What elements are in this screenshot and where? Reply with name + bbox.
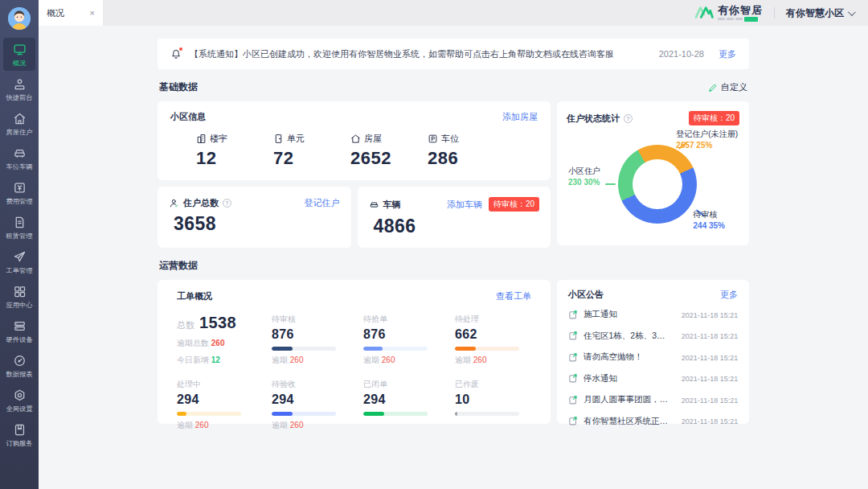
sidebar-item-lease[interactable]: 租赁管理 — [3, 211, 35, 244]
sidebar-item-housing[interactable]: 房屋住户 — [3, 107, 35, 140]
announcement-item[interactable]: 请勿高空抛物！ 2021-11-18 15:21 — [568, 347, 738, 368]
topbar: 概况 × 有你智居 有你智慧小区 — [39, 0, 868, 26]
building-icon — [196, 134, 207, 144]
home-icon — [13, 112, 27, 125]
donut-label-pending: 待审核 244 35% — [694, 209, 725, 232]
stat-units: 单元 72 — [273, 133, 350, 169]
workorder-stat-acceptance: 待验收 294 逾期 260 — [272, 379, 363, 431]
card-title-text: 车辆 — [383, 199, 401, 211]
overdue-total-label: 逾期总数 — [177, 339, 209, 347]
community-info-card: 小区信息 添加房屋 楼宇 12 单元 72 — [158, 101, 551, 180]
sidebar-item-label: 硬件设备 — [6, 335, 32, 343]
fee-icon — [13, 181, 27, 195]
announcements-more-link[interactable]: 更多 — [720, 289, 738, 301]
report-icon — [13, 354, 27, 368]
vehicles-card: 车辆 添加车辆 待审核：20 4866 — [358, 187, 551, 248]
tab-label: 概况 — [47, 7, 90, 19]
brand-badge — [744, 17, 758, 22]
tab-overview[interactable]: 概况 × — [39, 0, 103, 26]
user-avatar[interactable] — [8, 7, 31, 30]
brand-tagline — [718, 17, 763, 22]
sidebar-item-hardware[interactable]: 硬件设备 — [3, 314, 35, 347]
brand-name: 有你智居 — [718, 5, 763, 15]
sidebar-item-front-desk[interactable]: 快捷前台 — [3, 72, 35, 105]
announcement-time: 2021-11-18 15:21 — [681, 353, 738, 361]
card-title-text: 小区公告 — [568, 289, 604, 301]
donut-hole — [633, 159, 682, 209]
community-selector[interactable]: 有你智慧小区 — [786, 6, 854, 20]
announcement-item[interactable]: 住宅区1栋、2栋、3栋停电通... 2021-11-18 15:21 — [568, 326, 738, 347]
add-vehicle-link[interactable]: 添加车辆 — [447, 199, 482, 211]
announcement-icon — [568, 416, 579, 426]
stat-value: 12 — [196, 148, 273, 169]
overdue-total-value: 260 — [211, 339, 225, 347]
section-title: 运营数据 — [159, 259, 198, 273]
sidebar-item-overview[interactable]: 概况 — [3, 38, 35, 71]
car-icon — [13, 146, 27, 160]
announcement-icon — [568, 373, 579, 384]
card-title-text: 工单概况 — [177, 290, 212, 302]
sidebar-item-workorders[interactable]: 工单管理 — [3, 245, 35, 278]
sidebar-item-fees[interactable]: 费用管理 — [3, 176, 35, 209]
sidebar-item-subscribe[interactable]: 订购服务 — [3, 418, 35, 451]
workorder-stat-processing: 处理中 294 逾期 260 — [177, 379, 272, 431]
today-new-value: 12 — [211, 355, 220, 364]
add-house-link[interactable]: 添加房屋 — [502, 111, 538, 123]
pencil-icon — [708, 83, 718, 92]
app-window: 概况 快捷前台 房屋住户 车位车辆 费用管理 租赁管理 — [0, 0, 868, 489]
progress-bar — [363, 347, 428, 351]
lease-icon — [13, 216, 27, 229]
sidebar-item-reports[interactable]: 数据报表 — [3, 349, 35, 382]
sidebar-item-label: 费用管理 — [6, 197, 32, 204]
announcement-icon — [568, 331, 579, 341]
sidebar-item-parking[interactable]: 车位车辆 — [3, 142, 35, 175]
stat-value: 286 — [428, 148, 505, 169]
workorder-card: 工单概况 查看工单 总数 1538 逾期总数 260 今日新增 12 — [158, 280, 551, 424]
notice-date: 2021-10-28 — [659, 49, 704, 59]
notice-more-link[interactable]: 更多 — [719, 48, 736, 60]
help-icon[interactable]: ? — [624, 114, 633, 123]
donut-label-residents: 小区住户 230 30% — [568, 166, 600, 188]
announcement-item[interactable]: 月圆人圆事事团圆，人顺心顺... 2021-11-18 15:21 — [568, 389, 738, 411]
announcement-icon — [568, 310, 579, 320]
hardware-icon — [13, 319, 27, 333]
announcement-item[interactable]: 停水通知 2021-11-18 15:21 — [568, 368, 738, 390]
view-workorders-link[interactable]: 查看工单 — [496, 290, 531, 302]
sidebar-item-label: 应用中心 — [6, 301, 32, 308]
announcement-item[interactable]: 有你智慧社区系统正式上线! 2021-11-18 15:21 — [568, 411, 738, 433]
sidebar-item-label: 快捷前台 — [6, 93, 32, 101]
register-resident-link[interactable]: 登记住户 — [305, 197, 340, 209]
divider — [774, 7, 775, 18]
customize-label: 自定义 — [721, 81, 747, 93]
stat-value: 2652 — [350, 148, 428, 169]
sidebar-item-settings[interactable]: 全局设置 — [3, 384, 35, 417]
announcement-time: 2021-11-18 15:21 — [681, 417, 738, 425]
announcement-title: 施工通知 — [583, 309, 674, 320]
sidebar-item-label: 车位车辆 — [6, 162, 32, 170]
status-pending-badge[interactable]: 待审核：20 — [689, 111, 739, 125]
announcement-time: 2021-11-18 15:21 — [681, 332, 738, 340]
sidebar-item-label: 订购服务 — [6, 439, 32, 446]
workorder-stat-pending-handle: 待处理 662 逾期 260 — [455, 314, 531, 366]
announcement-item[interactable]: 施工通知 2021-11-18 15:21 — [568, 304, 738, 326]
workorder-stat-pending-review: 待审核 876 逾期 260 — [272, 314, 363, 366]
house-icon — [350, 134, 361, 144]
sidebar-nav: 概况 快捷前台 房屋住户 车位车辆 费用管理 租赁管理 — [0, 38, 39, 453]
close-icon[interactable]: × — [90, 8, 95, 18]
system-notice-bar[interactable]: 【系统通知】小区已创建成功，欢迎使用有你智居物业系统，如需帮助可点击右上角帮助文… — [158, 39, 749, 69]
total-label: 总数 — [177, 319, 194, 331]
sidebar-item-apps[interactable]: 应用中心 — [3, 280, 35, 313]
announcement-title: 住宅区1栋、2栋、3栋停电通... — [583, 331, 674, 342]
announcement-time: 2021-11-18 15:21 — [681, 375, 738, 383]
apps-icon — [13, 285, 27, 298]
customize-button[interactable]: 自定义 — [708, 81, 747, 93]
resident-icon — [169, 198, 179, 208]
help-icon[interactable]: ? — [223, 199, 231, 208]
vehicle-pending-badge[interactable]: 待审核：20 — [489, 197, 539, 212]
lead-line-green — [605, 183, 616, 185]
announcement-time: 2021-11-18 15:21 — [681, 396, 738, 404]
basic-data-header: 基础数据 自定义 — [159, 80, 747, 94]
card-title-text: 住户总数 — [183, 197, 219, 209]
progress-bar — [455, 347, 519, 351]
announcement-time: 2021-11-18 15:21 — [681, 310, 738, 318]
